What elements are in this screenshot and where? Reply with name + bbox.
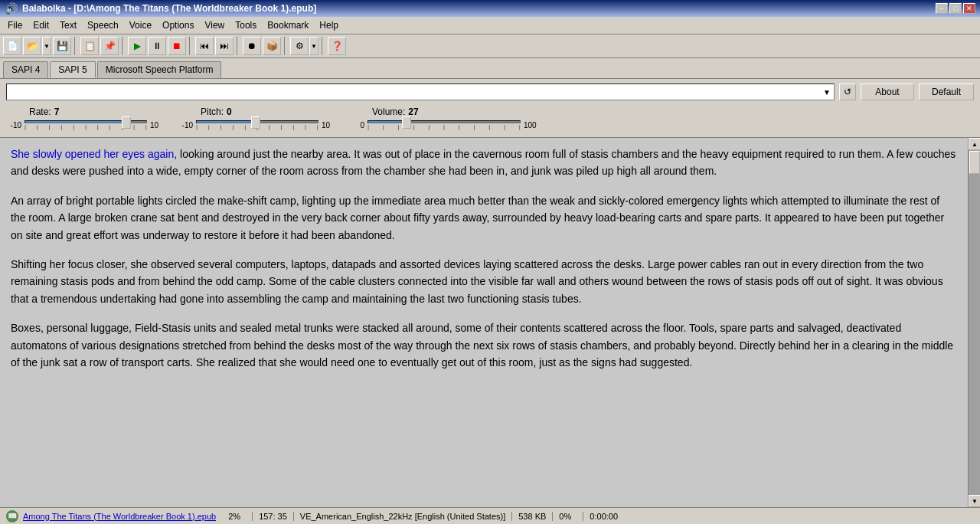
rate-slider-group: Rate: 7 -10 ||| ||| ||| || bbox=[6, 106, 165, 133]
volume-label-row: Volume: 27 bbox=[372, 106, 419, 117]
toolbar-sep-5 bbox=[284, 37, 287, 55]
rate-track bbox=[24, 120, 147, 123]
statusbar-percent: 2% bbox=[222, 512, 253, 521]
menu-speech[interactable]: Speech bbox=[83, 18, 123, 32]
rate-label-row: Rate: 7 bbox=[29, 106, 59, 117]
pitch-min-label: -10 bbox=[178, 121, 193, 129]
minimize-button[interactable]: − bbox=[936, 3, 948, 14]
pitch-slider[interactable]: ||| ||| ||| || bbox=[196, 117, 318, 133]
scroll-track[interactable] bbox=[969, 150, 980, 495]
highlight-text-1: She slowly opened her eyes again, bbox=[11, 148, 177, 160]
scroll-down-button[interactable]: ▼ bbox=[969, 495, 980, 507]
menu-edit[interactable]: Edit bbox=[28, 18, 54, 32]
rate-label: Rate: bbox=[29, 106, 51, 117]
rate-thumb[interactable] bbox=[122, 116, 131, 129]
menu-view[interactable]: View bbox=[200, 18, 229, 32]
tabs-container: SAPI 4 SAPI 5 Microsoft Speech Platform bbox=[0, 58, 980, 79]
pitch-value: 0 bbox=[227, 106, 232, 117]
statusbar-position: 157: 35 bbox=[253, 512, 294, 521]
pitch-label: Pitch: bbox=[201, 106, 224, 117]
toolbar-play-button[interactable]: ▶ bbox=[128, 37, 146, 55]
statusbar-time: 0:00:00 bbox=[583, 512, 624, 521]
toolbar-open-button[interactable]: 📂 bbox=[23, 37, 41, 55]
tab-microsoft-speech[interactable]: Microsoft Speech Platform bbox=[97, 61, 222, 78]
toolbar-sep-4 bbox=[237, 37, 240, 55]
tab-sapi4[interactable]: SAPI 4 bbox=[3, 61, 48, 78]
titlebar: 🔊 Balabolka - [D:\Among The Titans (The … bbox=[0, 0, 980, 17]
statusbar-filename: Among The Titans (The Worldbreaker Book … bbox=[23, 512, 216, 521]
volume-max-label: 100 bbox=[524, 121, 539, 129]
statusbar: 📖 Among The Titans (The Worldbreaker Boo… bbox=[0, 507, 980, 524]
rate-max-label: 10 bbox=[150, 121, 165, 129]
menu-help[interactable]: Help bbox=[315, 18, 343, 32]
paragraph-1: She slowly opened her eyes again, lookin… bbox=[11, 146, 957, 180]
voice-select-input[interactable]: VE_American_English_Allison_22kHz [Engli… bbox=[7, 85, 820, 99]
rate-slider[interactable]: ||| ||| ||| || bbox=[24, 117, 147, 133]
toolbar-batch-button[interactable]: 📦 bbox=[263, 37, 281, 55]
pitch-max-label: 10 bbox=[322, 121, 337, 129]
volume-track-row: 0 ||| ||| ||| || 100 bbox=[349, 117, 539, 133]
toolbar-paste-button[interactable]: 📌 bbox=[100, 37, 119, 55]
voice-dropdown-arrow[interactable]: ▼ bbox=[820, 88, 834, 97]
volume-slider[interactable]: ||| ||| ||| || bbox=[368, 117, 521, 133]
main-content-wrapper: She slowly opened her eyes again, lookin… bbox=[0, 138, 980, 507]
pitch-thumb[interactable] bbox=[251, 116, 260, 129]
toolbar: 📄 📂 ▼ 💾 📋 📌 ▶ ⏸ ⏹ ⏮ ⏭ ⏺ 📦 ⚙ ▼ ❓ bbox=[0, 34, 980, 58]
toolbar-sep-3 bbox=[189, 37, 192, 55]
toolbar-open-arrow[interactable]: ▼ bbox=[42, 37, 51, 55]
default-button[interactable]: Default bbox=[919, 84, 974, 100]
voice-refresh-button[interactable]: ↺ bbox=[839, 84, 856, 100]
toolbar-help-button[interactable]: ❓ bbox=[328, 37, 346, 55]
toolbar-stop-button[interactable]: ⏹ bbox=[168, 37, 186, 55]
titlebar-controls: − □ ✕ bbox=[936, 3, 975, 14]
toolbar-prev-button[interactable]: ⏮ bbox=[195, 37, 214, 55]
app-icon: 🔊 bbox=[5, 2, 18, 15]
content-area[interactable]: She slowly opened her eyes again, lookin… bbox=[0, 138, 968, 507]
titlebar-title: Balabolka - [D:\Among The Titans (The Wo… bbox=[22, 3, 316, 14]
toolbar-copy-button[interactable]: 📋 bbox=[80, 37, 99, 55]
toolbar-sep-6 bbox=[322, 37, 325, 55]
toolbar-pause-button[interactable]: ⏸ bbox=[148, 37, 166, 55]
statusbar-filesize: 538 KB bbox=[512, 512, 553, 521]
pitch-label-row: Pitch: 0 bbox=[201, 106, 232, 117]
about-button[interactable]: About bbox=[861, 84, 914, 100]
voice-area: VE_American_English_Allison_22kHz [Engli… bbox=[0, 79, 980, 138]
toolbar-settings-dropdown: ⚙ ▼ bbox=[290, 37, 318, 55]
rate-track-row: -10 ||| ||| ||| || 10 bbox=[6, 117, 165, 133]
rate-value: 7 bbox=[54, 106, 60, 117]
scrollbar: ▲ ▼ bbox=[968, 138, 980, 507]
statusbar-progress: 0% bbox=[553, 512, 583, 521]
sliders-row: Rate: 7 -10 ||| ||| ||| || bbox=[6, 106, 974, 133]
menu-bookmark[interactable]: Bookmark bbox=[263, 18, 313, 32]
paragraph-2: An array of bright portable lights circl… bbox=[11, 192, 957, 244]
menu-voice[interactable]: Voice bbox=[125, 18, 156, 32]
volume-track bbox=[368, 120, 521, 123]
tab-sapi5[interactable]: SAPI 5 bbox=[50, 61, 95, 78]
scroll-thumb[interactable] bbox=[969, 151, 980, 174]
scroll-up-button[interactable]: ▲ bbox=[969, 138, 980, 150]
pitch-slider-group: Pitch: 0 -10 ||| ||| ||| | bbox=[178, 106, 337, 133]
volume-thumb[interactable] bbox=[402, 116, 411, 129]
menu-file[interactable]: File bbox=[3, 18, 27, 32]
maximize-button[interactable]: □ bbox=[949, 3, 962, 14]
menu-text[interactable]: Text bbox=[55, 18, 81, 32]
toolbar-settings-arrow[interactable]: ▼ bbox=[309, 37, 318, 55]
toolbar-settings-button[interactable]: ⚙ bbox=[290, 37, 309, 55]
menu-options[interactable]: Options bbox=[158, 18, 198, 32]
toolbar-sep-2 bbox=[122, 37, 125, 55]
toolbar-record-button[interactable]: ⏺ bbox=[243, 37, 261, 55]
voice-select-wrapper: VE_American_English_Allison_22kHz [Engli… bbox=[6, 84, 835, 100]
volume-label: Volume: bbox=[372, 106, 405, 117]
toolbar-save-button[interactable]: 💾 bbox=[53, 37, 71, 55]
volume-min-label: 0 bbox=[349, 121, 364, 129]
volume-slider-group: Volume: 27 0 ||| ||| ||| | bbox=[349, 106, 539, 133]
toolbar-new-button[interactable]: 📄 bbox=[3, 37, 21, 55]
toolbar-sep-1 bbox=[74, 37, 77, 55]
paragraph-4: Boxes, personal luggage, Field-Stasis un… bbox=[11, 319, 957, 371]
toolbar-next-button[interactable]: ⏭ bbox=[215, 37, 234, 55]
pitch-fill bbox=[197, 121, 257, 123]
pitch-track bbox=[196, 120, 318, 123]
statusbar-icon: 📖 bbox=[6, 510, 18, 522]
menu-tools[interactable]: Tools bbox=[230, 18, 261, 32]
close-button[interactable]: ✕ bbox=[963, 3, 975, 14]
